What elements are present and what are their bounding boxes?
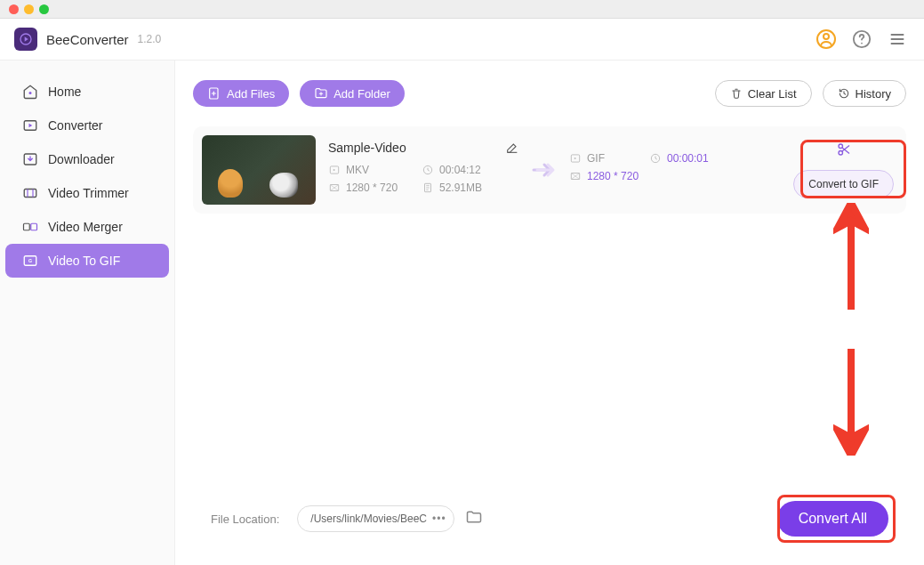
file-title: Sample-Video: [328, 141, 505, 155]
home-icon: [21, 83, 39, 101]
sidebar: Home Converter Downloader Video Trimmer …: [0, 61, 175, 565]
help-icon[interactable]: [849, 27, 874, 52]
output-format: GIF: [569, 152, 649, 165]
footer-bar: File Location: /Users/link/Movies/BeeC •…: [193, 485, 906, 556]
merger-icon: [21, 218, 39, 236]
svg-point-2: [824, 34, 829, 39]
sidebar-item-video-to-gif[interactable]: G Video To GIF: [5, 244, 169, 278]
gif-icon: G: [21, 252, 39, 270]
svg-text:G: G: [28, 258, 32, 263]
maximize-window-button[interactable]: [39, 4, 49, 14]
input-size: 52.91MB: [422, 182, 515, 194]
sidebar-item-downloader[interactable]: Downloader: [5, 142, 169, 176]
main-panel: Add Files Add Folder Clear List History: [175, 61, 924, 565]
menu-icon[interactable]: [885, 27, 910, 52]
sidebar-item-home[interactable]: Home: [5, 75, 169, 109]
sidebar-item-label: Video To GIF: [48, 254, 120, 268]
account-icon[interactable]: [814, 27, 839, 52]
highlight-arrow-icon: [833, 349, 869, 456]
edit-title-icon[interactable]: [505, 141, 519, 155]
sidebar-item-label: Video Trimmer: [48, 186, 129, 200]
clear-list-button[interactable]: Clear List: [715, 80, 812, 107]
input-duration: 00:04:12: [422, 164, 515, 176]
app-logo-icon: [14, 28, 37, 51]
convert-arrow-icon: [526, 159, 562, 181]
minimize-window-button[interactable]: [24, 4, 34, 14]
app-version: 1.2.0: [138, 33, 162, 45]
svg-rect-9: [24, 223, 30, 230]
toolbar: Add Files Add Folder Clear List History: [193, 80, 906, 107]
trimmer-icon: [21, 184, 39, 202]
trim-icon[interactable]: [836, 141, 852, 161]
file-location-path[interactable]: /Users/link/Movies/BeeC •••: [297, 505, 454, 532]
window-titlebar: [0, 0, 924, 19]
svg-point-5: [29, 92, 32, 94]
svg-point-4: [861, 43, 863, 44]
convert-all-button[interactable]: Convert All: [777, 501, 888, 537]
sidebar-item-merger[interactable]: Video Merger: [5, 210, 169, 244]
sidebar-item-converter[interactable]: Converter: [5, 109, 169, 142]
file-location-label: File Location:: [211, 513, 279, 526]
app-header: BeeConverter 1.2.0: [0, 19, 924, 61]
output-resolution[interactable]: 1280 * 720: [569, 170, 663, 182]
svg-rect-10: [31, 223, 37, 230]
add-files-button[interactable]: Add Files: [193, 80, 289, 107]
open-folder-icon[interactable]: [465, 508, 483, 529]
input-resolution: 1280 * 720: [328, 182, 422, 194]
sidebar-item-label: Video Merger: [48, 220, 123, 234]
sidebar-item-label: Converter: [48, 118, 102, 133]
input-format: MKV: [328, 164, 422, 176]
sidebar-item-label: Downloader: [48, 152, 115, 166]
download-icon: [21, 150, 39, 168]
file-card: Sample-Video MKV 00:04:12: [193, 126, 906, 214]
sidebar-item-trimmer[interactable]: Video Trimmer: [5, 176, 169, 210]
history-button[interactable]: History: [823, 80, 906, 107]
app-name: BeeConverter: [46, 32, 129, 47]
sidebar-item-label: Home: [48, 85, 81, 99]
svg-rect-8: [24, 190, 36, 198]
converter-icon: [21, 117, 39, 134]
convert-to-gif-button[interactable]: Convert to GIF: [793, 170, 894, 198]
close-window-button[interactable]: [9, 4, 19, 14]
add-folder-button[interactable]: Add Folder: [300, 80, 405, 107]
video-thumbnail: [202, 135, 316, 205]
highlight-arrow-icon: [833, 203, 869, 310]
more-icon[interactable]: •••: [432, 513, 446, 525]
output-duration[interactable]: 00:00:01: [649, 152, 729, 165]
